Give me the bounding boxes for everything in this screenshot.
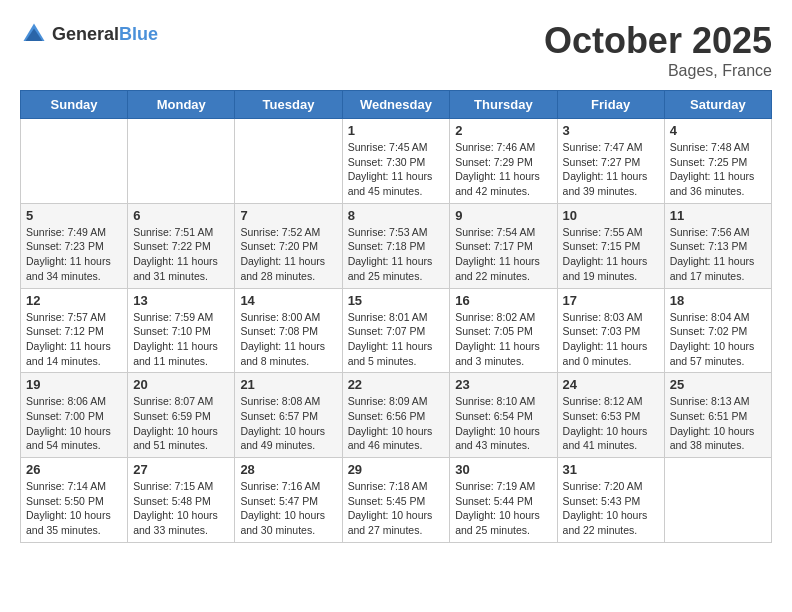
calendar-cell: 31Sunrise: 7:20 AM Sunset: 5:43 PM Dayli… <box>557 458 664 543</box>
calendar-cell: 8Sunrise: 7:53 AM Sunset: 7:18 PM Daylig… <box>342 203 450 288</box>
day-number: 28 <box>240 462 336 477</box>
calendar-header-sunday: Sunday <box>21 91 128 119</box>
day-info: Sunrise: 8:01 AM Sunset: 7:07 PM Dayligh… <box>348 310 445 369</box>
day-number: 2 <box>455 123 551 138</box>
day-info: Sunrise: 7:51 AM Sunset: 7:22 PM Dayligh… <box>133 225 229 284</box>
day-number: 16 <box>455 293 551 308</box>
calendar-cell: 26Sunrise: 7:14 AM Sunset: 5:50 PM Dayli… <box>21 458 128 543</box>
day-number: 23 <box>455 377 551 392</box>
day-number: 6 <box>133 208 229 223</box>
day-number: 7 <box>240 208 336 223</box>
day-info: Sunrise: 7:46 AM Sunset: 7:29 PM Dayligh… <box>455 140 551 199</box>
day-number: 27 <box>133 462 229 477</box>
calendar-cell: 4Sunrise: 7:48 AM Sunset: 7:25 PM Daylig… <box>664 119 771 204</box>
calendar-cell: 13Sunrise: 7:59 AM Sunset: 7:10 PM Dayli… <box>128 288 235 373</box>
calendar-week-row: 1Sunrise: 7:45 AM Sunset: 7:30 PM Daylig… <box>21 119 772 204</box>
calendar-cell: 11Sunrise: 7:56 AM Sunset: 7:13 PM Dayli… <box>664 203 771 288</box>
calendar-header-saturday: Saturday <box>664 91 771 119</box>
day-number: 8 <box>348 208 445 223</box>
day-number: 10 <box>563 208 659 223</box>
day-info: Sunrise: 7:47 AM Sunset: 7:27 PM Dayligh… <box>563 140 659 199</box>
calendar-week-row: 12Sunrise: 7:57 AM Sunset: 7:12 PM Dayli… <box>21 288 772 373</box>
day-info: Sunrise: 7:55 AM Sunset: 7:15 PM Dayligh… <box>563 225 659 284</box>
calendar-cell: 21Sunrise: 8:08 AM Sunset: 6:57 PM Dayli… <box>235 373 342 458</box>
day-number: 20 <box>133 377 229 392</box>
day-info: Sunrise: 7:57 AM Sunset: 7:12 PM Dayligh… <box>26 310 122 369</box>
calendar-cell: 3Sunrise: 7:47 AM Sunset: 7:27 PM Daylig… <box>557 119 664 204</box>
day-info: Sunrise: 7:19 AM Sunset: 5:44 PM Dayligh… <box>455 479 551 538</box>
calendar-header-thursday: Thursday <box>450 91 557 119</box>
logo-blue-text: Blue <box>119 24 158 44</box>
day-info: Sunrise: 7:49 AM Sunset: 7:23 PM Dayligh… <box>26 225 122 284</box>
day-info: Sunrise: 7:15 AM Sunset: 5:48 PM Dayligh… <box>133 479 229 538</box>
calendar-cell: 15Sunrise: 8:01 AM Sunset: 7:07 PM Dayli… <box>342 288 450 373</box>
day-number: 14 <box>240 293 336 308</box>
calendar-cell: 25Sunrise: 8:13 AM Sunset: 6:51 PM Dayli… <box>664 373 771 458</box>
day-info: Sunrise: 7:52 AM Sunset: 7:20 PM Dayligh… <box>240 225 336 284</box>
day-info: Sunrise: 8:07 AM Sunset: 6:59 PM Dayligh… <box>133 394 229 453</box>
day-number: 17 <box>563 293 659 308</box>
day-info: Sunrise: 7:14 AM Sunset: 5:50 PM Dayligh… <box>26 479 122 538</box>
day-number: 30 <box>455 462 551 477</box>
header: GeneralBlue October 2025 Bages, France <box>20 20 772 80</box>
calendar-cell <box>128 119 235 204</box>
day-number: 25 <box>670 377 766 392</box>
calendar-cell: 19Sunrise: 8:06 AM Sunset: 7:00 PM Dayli… <box>21 373 128 458</box>
day-number: 3 <box>563 123 659 138</box>
day-number: 4 <box>670 123 766 138</box>
day-info: Sunrise: 7:16 AM Sunset: 5:47 PM Dayligh… <box>240 479 336 538</box>
calendar-header-wednesday: Wednesday <box>342 91 450 119</box>
calendar-cell: 17Sunrise: 8:03 AM Sunset: 7:03 PM Dayli… <box>557 288 664 373</box>
day-info: Sunrise: 8:13 AM Sunset: 6:51 PM Dayligh… <box>670 394 766 453</box>
day-info: Sunrise: 8:08 AM Sunset: 6:57 PM Dayligh… <box>240 394 336 453</box>
day-number: 15 <box>348 293 445 308</box>
day-info: Sunrise: 7:54 AM Sunset: 7:17 PM Dayligh… <box>455 225 551 284</box>
location-title: Bages, France <box>544 62 772 80</box>
calendar-cell: 27Sunrise: 7:15 AM Sunset: 5:48 PM Dayli… <box>128 458 235 543</box>
logo-icon <box>20 20 48 48</box>
calendar-cell: 30Sunrise: 7:19 AM Sunset: 5:44 PM Dayli… <box>450 458 557 543</box>
calendar-cell: 1Sunrise: 7:45 AM Sunset: 7:30 PM Daylig… <box>342 119 450 204</box>
calendar-week-row: 5Sunrise: 7:49 AM Sunset: 7:23 PM Daylig… <box>21 203 772 288</box>
day-number: 24 <box>563 377 659 392</box>
calendar-cell: 28Sunrise: 7:16 AM Sunset: 5:47 PM Dayli… <box>235 458 342 543</box>
calendar-header-row: SundayMondayTuesdayWednesdayThursdayFrid… <box>21 91 772 119</box>
calendar-week-row: 19Sunrise: 8:06 AM Sunset: 7:00 PM Dayli… <box>21 373 772 458</box>
calendar-cell: 23Sunrise: 8:10 AM Sunset: 6:54 PM Dayli… <box>450 373 557 458</box>
day-number: 5 <box>26 208 122 223</box>
day-number: 1 <box>348 123 445 138</box>
day-number: 29 <box>348 462 445 477</box>
calendar-cell: 2Sunrise: 7:46 AM Sunset: 7:29 PM Daylig… <box>450 119 557 204</box>
calendar-cell: 16Sunrise: 8:02 AM Sunset: 7:05 PM Dayli… <box>450 288 557 373</box>
day-info: Sunrise: 8:00 AM Sunset: 7:08 PM Dayligh… <box>240 310 336 369</box>
day-number: 18 <box>670 293 766 308</box>
day-number: 11 <box>670 208 766 223</box>
day-number: 19 <box>26 377 122 392</box>
day-number: 21 <box>240 377 336 392</box>
day-info: Sunrise: 8:03 AM Sunset: 7:03 PM Dayligh… <box>563 310 659 369</box>
logo: GeneralBlue <box>20 20 158 48</box>
day-number: 26 <box>26 462 122 477</box>
day-info: Sunrise: 8:04 AM Sunset: 7:02 PM Dayligh… <box>670 310 766 369</box>
day-info: Sunrise: 7:56 AM Sunset: 7:13 PM Dayligh… <box>670 225 766 284</box>
calendar: SundayMondayTuesdayWednesdayThursdayFrid… <box>20 90 772 543</box>
day-number: 9 <box>455 208 551 223</box>
day-info: Sunrise: 8:10 AM Sunset: 6:54 PM Dayligh… <box>455 394 551 453</box>
day-info: Sunrise: 7:20 AM Sunset: 5:43 PM Dayligh… <box>563 479 659 538</box>
calendar-cell: 20Sunrise: 8:07 AM Sunset: 6:59 PM Dayli… <box>128 373 235 458</box>
calendar-cell: 10Sunrise: 7:55 AM Sunset: 7:15 PM Dayli… <box>557 203 664 288</box>
day-number: 12 <box>26 293 122 308</box>
calendar-cell: 29Sunrise: 7:18 AM Sunset: 5:45 PM Dayli… <box>342 458 450 543</box>
calendar-cell: 7Sunrise: 7:52 AM Sunset: 7:20 PM Daylig… <box>235 203 342 288</box>
calendar-cell <box>21 119 128 204</box>
calendar-header-tuesday: Tuesday <box>235 91 342 119</box>
logo-general-text: General <box>52 24 119 44</box>
calendar-cell: 14Sunrise: 8:00 AM Sunset: 7:08 PM Dayli… <box>235 288 342 373</box>
day-info: Sunrise: 8:09 AM Sunset: 6:56 PM Dayligh… <box>348 394 445 453</box>
title-area: October 2025 Bages, France <box>544 20 772 80</box>
calendar-cell: 22Sunrise: 8:09 AM Sunset: 6:56 PM Dayli… <box>342 373 450 458</box>
calendar-cell: 5Sunrise: 7:49 AM Sunset: 7:23 PM Daylig… <box>21 203 128 288</box>
day-info: Sunrise: 7:59 AM Sunset: 7:10 PM Dayligh… <box>133 310 229 369</box>
day-info: Sunrise: 7:48 AM Sunset: 7:25 PM Dayligh… <box>670 140 766 199</box>
calendar-header-friday: Friday <box>557 91 664 119</box>
